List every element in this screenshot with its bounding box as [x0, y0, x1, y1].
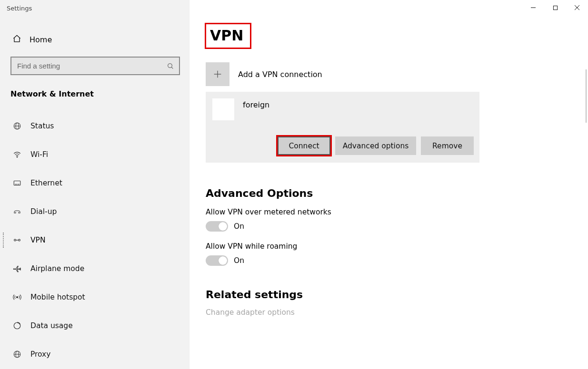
svg-point-5 [17, 157, 18, 158]
metered-toggle[interactable] [206, 221, 228, 232]
sidebar-item-label: Wi-Fi [30, 150, 48, 159]
related-settings-heading: Related settings [206, 289, 588, 301]
hotspot-icon [12, 292, 22, 302]
vpn-icon [12, 235, 22, 245]
sidebar-item-label: Data usage [30, 321, 73, 330]
proxy-icon [12, 350, 22, 359]
svg-rect-6 [14, 181, 20, 185]
window-title: Settings [0, 0, 189, 16]
connect-button[interactable]: Connect [278, 136, 330, 155]
sidebar-item-label: Mobile hotspot [30, 293, 85, 301]
sidebar-item-wifi[interactable]: Wi-Fi [0, 140, 189, 169]
sidebar-item-label: Dial-up [30, 207, 57, 216]
vpn-connection-card[interactable]: foreign Connect Advanced options Remove [206, 92, 479, 163]
nav-home-label: Home [30, 35, 52, 44]
svg-point-11 [14, 239, 16, 241]
sidebar-item-hotspot[interactable]: Mobile hotspot [0, 283, 189, 311]
ethernet-icon [12, 178, 22, 188]
wifi-icon [12, 150, 22, 159]
sidebar-item-label: Airplane mode [30, 264, 84, 273]
nav-home[interactable]: Home [0, 29, 189, 50]
svg-point-0 [168, 63, 172, 68]
sidebar-item-dialup[interactable]: Dial-up [0, 197, 189, 226]
sidebar-item-label: Proxy [30, 350, 50, 359]
status-icon [12, 121, 22, 131]
search-field[interactable] [16, 61, 167, 70]
scrollbar[interactable] [586, 69, 587, 123]
data-usage-icon [12, 321, 22, 330]
sidebar-item-label: Status [30, 122, 54, 130]
dialup-icon [12, 207, 22, 216]
sidebar-item-ethernet[interactable]: Ethernet [0, 169, 189, 197]
sidebar-item-datausage[interactable]: Data usage [0, 311, 189, 340]
page-title: VPN [205, 23, 251, 49]
search-input[interactable] [10, 57, 180, 75]
sidebar: Settings Home Network & Internet [0, 0, 189, 369]
sidebar-item-label: Ethernet [30, 179, 62, 187]
sidebar-item-vpn[interactable]: VPN [0, 226, 189, 254]
toggle1-state: On [234, 222, 244, 231]
svg-line-1 [171, 67, 173, 68]
toggle2-label: Allow VPN while roaming [206, 242, 588, 251]
change-adapter-options-link[interactable]: Change adapter options [206, 308, 588, 317]
sidebar-item-airplane[interactable]: Airplane mode [0, 254, 189, 283]
sidebar-item-status[interactable]: Status [0, 112, 189, 140]
airplane-icon [12, 264, 22, 273]
search-icon [167, 62, 174, 70]
vpn-connection-icon [212, 98, 234, 120]
sidebar-item-proxy[interactable]: Proxy [0, 340, 189, 369]
sidebar-category: Network & Internet [0, 83, 189, 103]
window-title-text: Settings [7, 5, 32, 12]
add-vpn-connection[interactable]: Add a VPN connection [206, 62, 588, 86]
plus-icon [206, 62, 229, 86]
main-panel: VPN Add a VPN connection foreign Connect… [189, 0, 588, 369]
sidebar-item-label: VPN [30, 236, 46, 244]
vpn-connection-name: foreign [243, 100, 269, 109]
svg-point-12 [19, 239, 20, 241]
toggle1-label: Allow VPN over metered networks [206, 208, 588, 216]
advanced-options-heading: Advanced Options [206, 187, 588, 199]
svg-point-14 [17, 297, 18, 298]
advanced-options-button[interactable]: Advanced options [335, 136, 416, 155]
home-icon [12, 34, 21, 45]
remove-button[interactable]: Remove [421, 136, 474, 155]
add-vpn-label: Add a VPN connection [238, 70, 322, 79]
roaming-toggle[interactable] [206, 255, 228, 266]
toggle2-state: On [234, 256, 244, 265]
